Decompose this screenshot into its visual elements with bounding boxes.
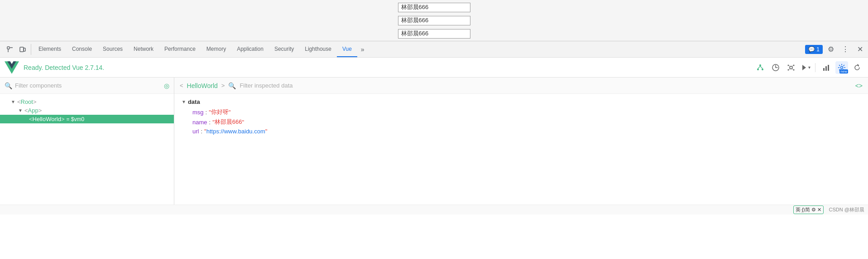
data-filter-input[interactable] bbox=[240, 82, 851, 89]
data-section-header[interactable]: ▼ data bbox=[182, 98, 861, 105]
svg-marker-20 bbox=[802, 65, 806, 70]
left-panel: 🔍 ◎ ▼ <Root> ▼ <App> <HelloWorld> = bbox=[0, 78, 174, 205]
component-tree-icon[interactable] bbox=[754, 61, 767, 74]
svg-line-8 bbox=[758, 66, 760, 68]
svg-point-13 bbox=[793, 64, 795, 66]
tree-item-app[interactable]: ▼ <App> bbox=[0, 106, 174, 115]
input-2[interactable] bbox=[398, 16, 470, 25]
credit-text: CSDN @林邵晨 bbox=[829, 206, 864, 213]
input-1[interactable] bbox=[398, 3, 470, 12]
tab-vue[interactable]: Vue bbox=[337, 41, 357, 57]
data-row-msg: msg : " 你好呀 " bbox=[182, 107, 861, 117]
vue-toolbar: Ready. Detected Vue 2.7.14. bbox=[0, 58, 868, 78]
tab-bar-right: 💬 1 ⚙ ⋮ ✕ bbox=[805, 43, 866, 56]
component-filter-bar: 🔍 ◎ bbox=[0, 78, 174, 94]
close-devtools-icon[interactable]: ✕ bbox=[854, 43, 866, 56]
tab-elements[interactable]: Elements bbox=[33, 41, 67, 57]
tab-network[interactable]: Network bbox=[128, 41, 159, 57]
svg-rect-3 bbox=[20, 47, 24, 52]
tab-lighthouse[interactable]: Lighthouse bbox=[299, 41, 337, 57]
data-section-arrow: ▼ bbox=[182, 99, 186, 104]
tab-more[interactable]: » bbox=[357, 41, 368, 57]
vuex-icon[interactable] bbox=[785, 61, 797, 74]
filter-search-icon: 🔍 bbox=[5, 82, 12, 89]
data-key-msg: msg bbox=[192, 109, 204, 116]
status-bar: 英·∫)简 ⚙ ✕ CSDN @林邵晨 bbox=[0, 205, 868, 215]
inspect-element-icon[interactable] bbox=[5, 44, 15, 55]
right-panel: < HelloWorld > 🔍 <> ▼ data msg : bbox=[174, 78, 868, 205]
right-header: < HelloWorld > 🔍 <> bbox=[174, 78, 868, 94]
data-value-msg: 你好呀 bbox=[211, 108, 229, 116]
svg-point-6 bbox=[757, 68, 759, 70]
svg-point-12 bbox=[788, 64, 789, 66]
ime-close-icon[interactable]: ✕ bbox=[817, 207, 821, 213]
tab-security[interactable]: Security bbox=[269, 41, 299, 57]
settings-new-icon[interactable]: new bbox=[835, 61, 848, 74]
data-area: ▼ data msg : " 你好呀 " name : bbox=[174, 94, 868, 205]
console-icon: 💬 bbox=[808, 46, 815, 53]
new-badge: new bbox=[839, 69, 848, 73]
vue-logo bbox=[5, 60, 19, 75]
settings-icon[interactable]: ⚙ bbox=[825, 43, 837, 56]
tab-performance[interactable]: Performance bbox=[159, 41, 201, 57]
tab-sources[interactable]: Sources bbox=[97, 41, 128, 57]
svg-point-15 bbox=[793, 69, 795, 70]
tabs-container: Elements Console Sources Network Perform… bbox=[33, 41, 805, 57]
svg-rect-22 bbox=[825, 66, 827, 71]
svg-rect-0 bbox=[7, 47, 10, 49]
ime-text: 英·∫)简 bbox=[796, 206, 810, 213]
refresh-icon[interactable] bbox=[851, 61, 863, 74]
timeline-icon[interactable] bbox=[769, 61, 782, 74]
more-options-icon[interactable]: ⋮ bbox=[839, 43, 852, 56]
console-badge-button[interactable]: 💬 1 bbox=[805, 45, 823, 54]
tree-item-helloworld[interactable]: <HelloWorld> = $vm0 bbox=[0, 115, 174, 123]
svg-point-24 bbox=[841, 66, 843, 68]
tab-memory[interactable]: Memory bbox=[201, 41, 231, 57]
tree-vm-label: = $vm0 bbox=[67, 116, 85, 122]
data-section-label: data bbox=[188, 98, 200, 105]
input-3[interactable] bbox=[398, 29, 470, 39]
devtools-panel: Elements Console Sources Network Perform… bbox=[0, 41, 868, 215]
data-section: ▼ data msg : " 你好呀 " name : bbox=[182, 98, 861, 136]
toolbar-divider bbox=[815, 63, 815, 72]
svg-point-7 bbox=[762, 68, 763, 70]
component-tree: ▼ <Root> ▼ <App> <HelloWorld> = $vm0 bbox=[0, 94, 174, 205]
performance-chart-icon[interactable] bbox=[820, 61, 833, 74]
inspected-component-name: HelloWorld bbox=[187, 82, 218, 89]
tab-bar-icons bbox=[2, 44, 31, 55]
tree-item-root[interactable]: ▼ <Root> bbox=[0, 98, 174, 106]
tree-arrow-app: ▼ bbox=[18, 108, 23, 113]
tab-bar: Elements Console Sources Network Perform… bbox=[0, 41, 868, 58]
svg-rect-23 bbox=[828, 65, 829, 71]
data-key-name: name bbox=[192, 119, 207, 126]
svg-point-14 bbox=[788, 69, 789, 70]
page-area bbox=[0, 0, 868, 41]
svg-rect-21 bbox=[823, 68, 825, 71]
badge-count: 1 bbox=[816, 46, 820, 53]
device-toggle-icon[interactable] bbox=[17, 44, 28, 55]
data-key-url: url bbox=[192, 128, 199, 135]
right-search-icon: 🔍 bbox=[228, 82, 236, 89]
data-value-url[interactable]: https://www.baidu.com bbox=[206, 128, 265, 135]
svg-rect-4 bbox=[24, 48, 25, 51]
router-dropdown-arrow: ▾ bbox=[808, 65, 810, 70]
tab-application[interactable]: Application bbox=[231, 41, 269, 57]
data-row-name: name : " 林邵晨666 " bbox=[182, 117, 861, 127]
ime-gear-icon[interactable]: ⚙ bbox=[811, 207, 816, 213]
select-component-icon[interactable]: ◎ bbox=[164, 82, 169, 89]
ime-widget[interactable]: 英·∫)简 ⚙ ✕ bbox=[793, 205, 824, 214]
vue-toolbar-icons: ▾ new bbox=[754, 61, 863, 74]
data-value-name: 林邵晨666 bbox=[215, 118, 242, 126]
tab-console[interactable]: Console bbox=[67, 41, 97, 57]
router-icon-dropdown[interactable]: ▾ bbox=[800, 64, 810, 72]
svg-point-5 bbox=[759, 64, 761, 66]
tree-arrow-root: ▼ bbox=[11, 99, 15, 104]
svg-line-9 bbox=[760, 66, 762, 68]
vue-status-text: Ready. Detected Vue 2.7.14. bbox=[24, 64, 754, 71]
open-in-editor-icon[interactable]: <> bbox=[855, 82, 863, 89]
main-panel: 🔍 ◎ ▼ <Root> ▼ <App> <HelloWorld> = bbox=[0, 78, 868, 205]
data-row-url: url : " https://www.baidu.com " bbox=[182, 127, 861, 136]
component-filter-input[interactable] bbox=[15, 82, 164, 89]
